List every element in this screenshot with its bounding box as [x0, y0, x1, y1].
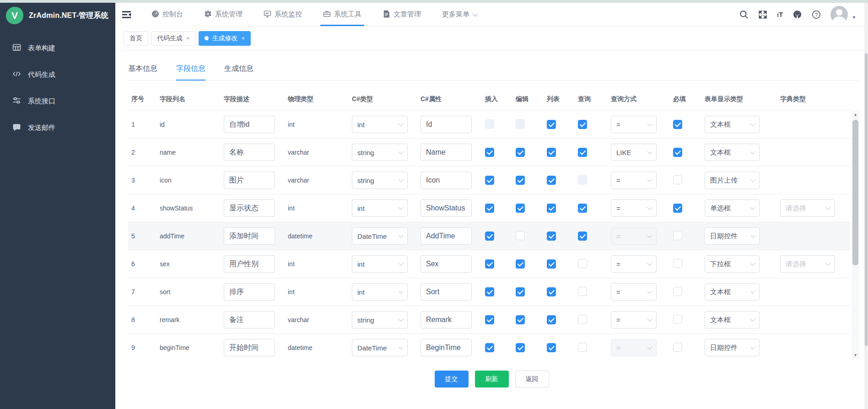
- avatar-caret-icon[interactable]: ▼: [852, 15, 856, 20]
- required-checkbox[interactable]: [673, 231, 682, 240]
- insert-checkbox[interactable]: [485, 148, 494, 157]
- cs-type-select[interactable]: string: [352, 144, 408, 161]
- required-checkbox[interactable]: [673, 120, 682, 129]
- cs-type-select[interactable]: int: [352, 255, 408, 273]
- refresh-button[interactable]: 刷新: [475, 371, 509, 387]
- tab-gen-info[interactable]: 生成信息: [224, 64, 253, 80]
- page-scrollbar[interactable]: [864, 3, 868, 409]
- cs-prop-input[interactable]: [421, 227, 472, 245]
- display-type-select[interactable]: 日期控件: [705, 227, 760, 245]
- edit-checkbox[interactable]: [516, 148, 525, 157]
- cs-type-select[interactable]: DateTime: [352, 227, 408, 245]
- query-type-select[interactable]: =: [611, 227, 657, 245]
- sidebar-item-code-gen[interactable]: 代码生成: [0, 61, 115, 88]
- cs-type-select[interactable]: int: [352, 199, 408, 217]
- required-checkbox[interactable]: [673, 259, 682, 268]
- query-type-select[interactable]: =: [611, 116, 657, 133]
- edit-checkbox[interactable]: [516, 176, 525, 185]
- insert-checkbox[interactable]: [485, 287, 494, 296]
- required-checkbox[interactable]: [673, 315, 682, 324]
- list-checkbox[interactable]: [547, 315, 556, 324]
- avatar[interactable]: [830, 6, 848, 23]
- edit-checkbox[interactable]: [516, 287, 525, 296]
- query-type-select[interactable]: =: [611, 339, 657, 356]
- cs-prop-input[interactable]: [421, 172, 472, 189]
- display-type-select[interactable]: 日期控件: [705, 339, 760, 356]
- tab-field-info[interactable]: 字段信息: [176, 64, 205, 80]
- sidebar-item-form-build[interactable]: 表单构建: [0, 35, 115, 61]
- list-checkbox[interactable]: [547, 176, 556, 185]
- nav-item-system-tools[interactable]: 系统工具: [323, 3, 361, 26]
- edit-checkbox[interactable]: [516, 315, 525, 324]
- required-checkbox[interactable]: [673, 148, 682, 157]
- scroll-down-icon[interactable]: ▼: [852, 351, 859, 359]
- field-desc-input[interactable]: [224, 199, 275, 217]
- edit-checkbox[interactable]: [516, 204, 525, 213]
- field-desc-input[interactable]: [224, 227, 275, 245]
- submit-button[interactable]: 提交: [435, 371, 469, 387]
- display-type-select[interactable]: 文本框: [705, 116, 760, 133]
- query-type-select[interactable]: =: [611, 199, 657, 217]
- cs-type-select[interactable]: string: [352, 172, 408, 189]
- list-checkbox[interactable]: [547, 204, 556, 213]
- required-checkbox[interactable]: [673, 204, 682, 213]
- list-checkbox[interactable]: [547, 343, 556, 352]
- cs-prop-input[interactable]: [421, 116, 472, 133]
- display-type-select[interactable]: 文本框: [705, 283, 760, 301]
- collapse-sidebar-icon[interactable]: [122, 11, 131, 19]
- tag-code-gen[interactable]: 代码生成 ×: [151, 31, 196, 46]
- fullscreen-icon[interactable]: [758, 10, 767, 19]
- nav-item-system-admin[interactable]: 系统管理: [204, 3, 243, 26]
- query-checkbox[interactable]: [578, 343, 587, 352]
- nav-item-more-menu[interactable]: 更多菜单: [442, 3, 477, 26]
- display-type-select[interactable]: 图片上传: [705, 172, 760, 189]
- query-checkbox[interactable]: [578, 175, 587, 184]
- query-type-select[interactable]: =: [611, 311, 657, 328]
- query-type-select[interactable]: LIKE: [611, 144, 657, 161]
- insert-checkbox[interactable]: [485, 176, 494, 185]
- required-checkbox[interactable]: [673, 343, 682, 352]
- sidebar-item-mail[interactable]: 发送邮件: [0, 114, 115, 141]
- search-icon[interactable]: [739, 10, 749, 19]
- cs-prop-input[interactable]: [421, 339, 472, 356]
- field-desc-input[interactable]: [224, 311, 275, 328]
- query-checkbox[interactable]: [578, 148, 587, 157]
- tag-home[interactable]: 首页: [124, 31, 148, 46]
- query-checkbox[interactable]: [578, 287, 587, 296]
- field-desc-input[interactable]: [224, 144, 275, 161]
- scroll-up-icon[interactable]: ▲: [852, 111, 859, 118]
- list-checkbox[interactable]: [547, 287, 556, 296]
- field-desc-input[interactable]: [224, 116, 275, 133]
- cs-prop-input[interactable]: [421, 311, 472, 328]
- insert-checkbox[interactable]: [485, 119, 494, 129]
- query-checkbox[interactable]: [578, 204, 587, 213]
- query-checkbox[interactable]: [578, 315, 587, 324]
- close-icon[interactable]: ×: [242, 35, 245, 42]
- tab-basic-info[interactable]: 基本信息: [128, 64, 157, 80]
- edit-checkbox[interactable]: [516, 343, 525, 352]
- github-icon[interactable]: [793, 10, 802, 19]
- scrollbar-thumb[interactable]: [852, 120, 858, 265]
- query-checkbox[interactable]: [578, 259, 587, 268]
- font-size-icon[interactable]: tT: [777, 11, 783, 18]
- edit-checkbox[interactable]: [516, 259, 525, 269]
- display-type-select[interactable]: 下拉框: [705, 255, 760, 273]
- cs-type-select[interactable]: int: [352, 283, 408, 301]
- help-icon[interactable]: ?: [812, 10, 821, 19]
- field-desc-input[interactable]: [224, 255, 275, 273]
- query-type-select[interactable]: =: [611, 283, 657, 301]
- list-checkbox[interactable]: [547, 259, 556, 269]
- insert-checkbox[interactable]: [485, 259, 494, 269]
- insert-checkbox[interactable]: [485, 343, 494, 352]
- field-desc-input[interactable]: [224, 283, 275, 301]
- query-type-select[interactable]: =: [611, 172, 657, 189]
- display-type-select[interactable]: 单选框: [705, 199, 760, 217]
- cs-type-select[interactable]: int: [352, 116, 408, 133]
- close-icon[interactable]: ×: [186, 35, 190, 42]
- dict-type-select[interactable]: 请选择: [780, 199, 835, 217]
- dict-type-select[interactable]: 请选择: [780, 255, 835, 273]
- back-button[interactable]: 返回: [515, 371, 549, 387]
- insert-checkbox[interactable]: [485, 204, 494, 213]
- nav-item-dashboard[interactable]: 控制台: [151, 3, 183, 26]
- nav-item-article-admin[interactable]: 文章管理: [383, 3, 421, 26]
